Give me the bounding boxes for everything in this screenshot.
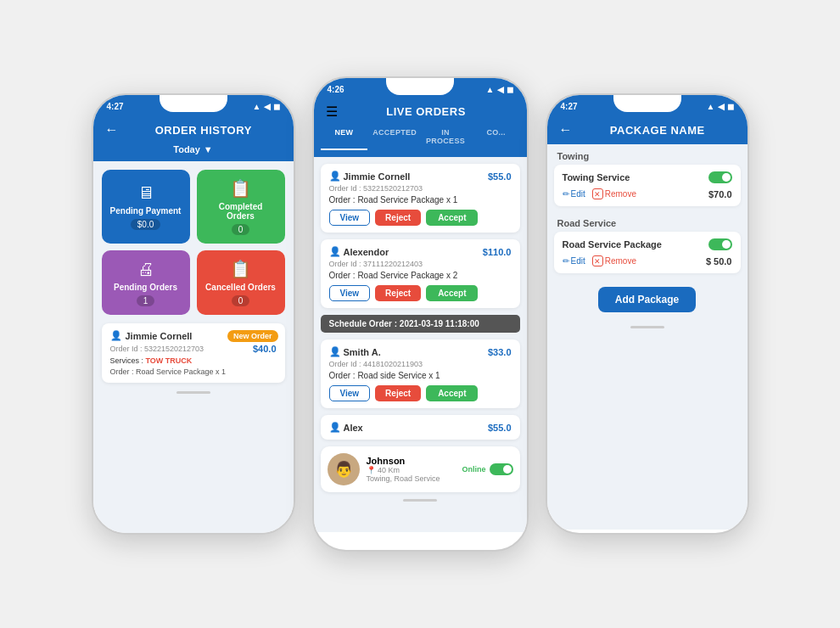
pending-payment-label: Pending Payment: [110, 206, 182, 216]
status-icons-left: ▲ ◀ ◼: [253, 102, 280, 111]
road-service-package-actions: ✏ Edit ✕ Remove: [563, 255, 636, 266]
driver-avatar: 👨: [328, 453, 360, 485]
person-icon-scheduled: 👤: [329, 346, 341, 357]
pending-orders-value: 1: [137, 295, 155, 306]
new-order-badge: New Order: [227, 330, 278, 342]
pending-orders-card[interactable]: 🖨 Pending Orders 1: [102, 250, 190, 315]
accept-button-scheduled[interactable]: Accept: [426, 385, 478, 401]
live-order-desc-scheduled: Order : Road side Service x 1: [329, 371, 512, 380]
back-button-left[interactable]: ←: [105, 122, 120, 137]
live-amount-partial: $55.0: [488, 423, 512, 433]
towing-remove-button[interactable]: ✕ Remove: [592, 188, 636, 199]
live-customer-scheduled: 👤 Smith A.: [329, 346, 381, 357]
completed-orders-card[interactable]: 📋 Completed Orders 0: [197, 170, 285, 244]
online-label: Online: [462, 465, 485, 474]
accept-button-2[interactable]: Accept: [426, 285, 478, 301]
live-order-1: 👤 Jimmie Cornell $55.0 Order Id : 532215…: [321, 164, 520, 233]
notch-right: [613, 95, 681, 112]
order-item-left[interactable]: 👤 Jimmie Cornell New Order Order Id : 53…: [102, 323, 285, 383]
towing-edit-button[interactable]: ✏ Edit: [563, 189, 585, 199]
add-package-button[interactable]: Add Package: [598, 287, 696, 312]
towing-package-item: Towing Service ✏ Edit ✕ Remove $70.0: [554, 165, 741, 206]
live-order-2: 👤 Alexendor $110.0 Order Id : 3711122021…: [321, 239, 520, 308]
tab-in-process[interactable]: IN PROCESS: [422, 125, 469, 150]
time-center: 4:26: [328, 85, 344, 94]
driver-services: Towing, Road Service: [367, 474, 456, 483]
completed-orders-label: Completed Orders: [205, 202, 277, 221]
bottom-divider-right: [630, 326, 664, 328]
live-amount-1: $55.0: [488, 171, 512, 182]
accept-button-1[interactable]: Accept: [426, 210, 478, 226]
section-towing: Towing: [547, 144, 748, 165]
live-orders-body: 👤 Jimmie Cornell $55.0 Order Id : 532215…: [314, 157, 527, 532]
view-button-2[interactable]: View: [329, 285, 371, 301]
order-desc-left: Order : Road Service Package x 1: [110, 367, 277, 376]
signal-icon-r: ▲: [707, 102, 715, 111]
person-icon-left: 👤: [110, 330, 122, 341]
reject-button-1[interactable]: Reject: [375, 210, 421, 226]
live-customer-partial: 👤 Alex: [329, 422, 363, 433]
completed-orders-value: 0: [232, 224, 250, 235]
order-history-header: ← ORDER HISTORY: [93, 115, 294, 144]
tab-accepted[interactable]: ACCEPTED: [371, 125, 418, 150]
today-label[interactable]: Today: [173, 144, 200, 154]
live-orders-title: LIVE ORDERS: [338, 105, 515, 118]
wifi-icon-r: ◀: [718, 102, 725, 111]
towing-package-actions: ✏ Edit ✕ Remove: [563, 188, 636, 199]
completed-orders-icon: 📋: [230, 178, 251, 199]
action-buttons-2: View Reject Accept: [329, 285, 512, 301]
live-customer-1: 👤 Jimmie Cornell: [329, 171, 411, 182]
section-road-service: Road Service: [547, 211, 748, 232]
towing-price: $70.0: [708, 189, 732, 199]
pending-payment-card[interactable]: 🖥 Pending Payment $0.0: [102, 170, 190, 244]
live-order-id-1: Order Id : 53221520212703: [329, 184, 512, 193]
road-service-package-item: Road Service Package ✏ Edit ✕ Remove $ 5…: [554, 232, 741, 273]
wifi-icon-c: ◀: [497, 85, 504, 94]
person-icon-partial: 👤: [329, 422, 341, 433]
view-button-1[interactable]: View: [329, 210, 371, 226]
reject-button-scheduled[interactable]: Reject: [375, 385, 421, 401]
bottom-divider-left: [176, 391, 210, 394]
online-toggle[interactable]: Online: [462, 463, 512, 475]
tabs-bar: NEW ACCEPTED IN PROCESS CO...: [314, 125, 527, 157]
pending-orders-icon: 🖨: [137, 260, 154, 279]
phone-left: 4:27 ▲ ◀ ◼ ← ORDER HISTORY Today ▼ 🖥 Pen…: [92, 93, 295, 535]
pencil-icon-towing: ✏: [563, 189, 569, 199]
hamburger-menu[interactable]: ☰: [326, 104, 338, 120]
page-title-right: PACKAGE NAME: [580, 124, 736, 137]
towing-toggle[interactable]: [708, 171, 732, 183]
tab-completed[interactable]: CO...: [473, 125, 520, 150]
phone-right: 4:27 ▲ ◀ ◼ ← PACKAGE NAME Towing Towing …: [546, 93, 749, 535]
action-buttons-1: View Reject Accept: [329, 210, 512, 226]
cancelled-orders-label: Cancelled Orders: [205, 283, 276, 292]
view-button-scheduled[interactable]: View: [329, 385, 371, 401]
pending-payment-value: $0.0: [131, 219, 160, 230]
chevron-down-icon: ▼: [204, 144, 213, 154]
tab-new[interactable]: NEW: [321, 125, 368, 150]
status-icons-right: ▲ ◀ ◼: [707, 102, 734, 111]
cancelled-orders-card[interactable]: 📋 Cancelled Orders 0: [197, 250, 285, 315]
notch-center: [386, 78, 454, 95]
customer-name-left: 👤 Jimmie Cornell: [110, 330, 193, 341]
reject-button-2[interactable]: Reject: [375, 285, 421, 301]
services-value: TOW TRUCK: [146, 356, 193, 365]
road-service-toggle[interactable]: [708, 238, 732, 250]
back-button-right[interactable]: ←: [559, 122, 574, 137]
order-amount-left: $40.0: [253, 344, 277, 354]
bottom-driver-panel: 👨 Johnson 📍 40 Km Towing, Road Service O…: [321, 446, 520, 492]
pending-orders-label: Pending Orders: [114, 283, 177, 292]
cancelled-orders-icon: 📋: [230, 259, 251, 279]
live-order-scheduled: 👤 Smith A. $33.0 Order Id : 441810202119…: [321, 339, 520, 408]
time-left: 4:27: [107, 102, 124, 111]
person-icon-c1: 👤: [329, 171, 341, 182]
order-id-left: Order Id : 53221520212703: [110, 345, 204, 353]
live-order-id-2: Order Id : 37111220212403: [329, 260, 512, 268]
road-service-remove-button[interactable]: ✕ Remove: [592, 255, 636, 266]
battery-icon-c: ◼: [507, 85, 513, 94]
toggle-switch[interactable]: [490, 463, 513, 475]
road-service-edit-button[interactable]: ✏ Edit: [563, 256, 585, 266]
package-name-header: ← PACKAGE NAME: [547, 115, 748, 144]
cards-grid: 🖥 Pending Payment $0.0 📋 Completed Order…: [93, 161, 294, 323]
bottom-divider-center: [403, 499, 437, 502]
pencil-icon-road: ✏: [563, 256, 569, 266]
